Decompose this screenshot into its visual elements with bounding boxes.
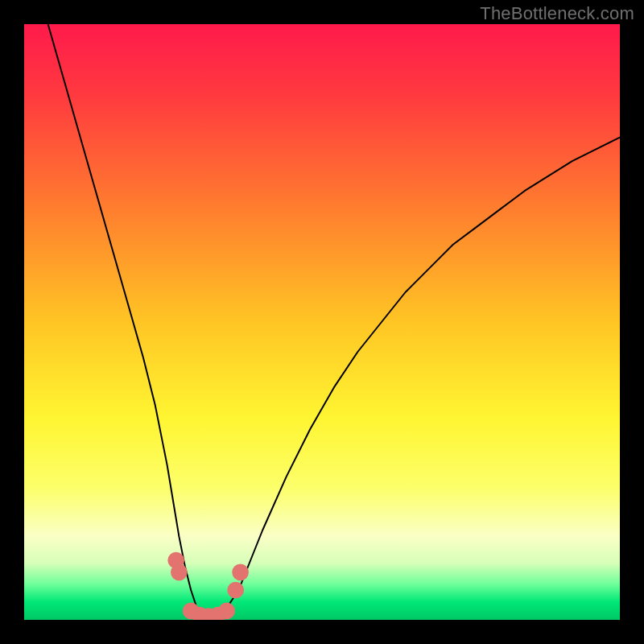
- curve-marker: [227, 582, 244, 599]
- watermark-text: TheBottleneck.com: [480, 3, 634, 24]
- curve-marker: [218, 603, 235, 620]
- curve-marker: [232, 564, 249, 580]
- curve-marker: [171, 564, 188, 580]
- gradient-rect: [24, 24, 620, 620]
- bottleneck-chart: [24, 24, 620, 620]
- chart-frame: TheBottleneck.com: [0, 0, 644, 644]
